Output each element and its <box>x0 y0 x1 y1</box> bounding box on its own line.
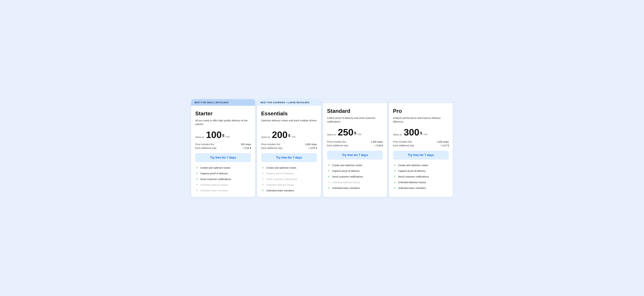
check-icon-pro-3: ✓ <box>393 181 396 184</box>
feature-label-pro-4: Unlimited team members <box>398 187 426 189</box>
price-per-essentials: / mo <box>291 135 296 139</box>
feature-item-pro-0: ✓Create and optimize routes <box>393 164 449 167</box>
feature-item-starter-2: ✓Send customer notifications <box>195 178 251 181</box>
feature-item-essentials-3: ✕Unlimited delivery history <box>261 183 317 187</box>
feature-item-standard-1: ✓Capture proof of delivery <box>327 169 383 173</box>
feature-item-essentials-1: ✕Capture proof of delivery <box>261 172 317 175</box>
features-list-standard: ✓Create and optimize routes✓Capture proo… <box>327 164 383 190</box>
plan-desc-pro: Analyze performance and improve delivery… <box>393 116 449 125</box>
feature-item-standard-2: ✓Send customer notifications <box>327 175 383 178</box>
cross-mark: ✕ <box>328 181 330 184</box>
feature-label-essentials-4: Unlimited team members <box>266 189 294 192</box>
cross-icon-starter-4: ✕ <box>195 189 198 192</box>
plan-banner-starter: BEST FOR SMALL RETAILERS <box>191 99 255 106</box>
check-mark: ✓ <box>394 186 396 190</box>
plan-desc-essentials: Optimize delivery routes and track multi… <box>261 119 317 127</box>
price-currency-essentials: $ <box>288 133 290 139</box>
features-list-essentials: ✓Create and optimize routes✕Capture proo… <box>261 166 317 192</box>
plan-desc-standard: Collect proof of delivery and send custo… <box>327 116 383 125</box>
try-button-pro[interactable]: Try free for 7 days <box>393 151 449 160</box>
feature-item-pro-2: ✓Send customer notifications <box>393 175 449 178</box>
cross-mark: ✕ <box>262 183 264 186</box>
check-mark: ✓ <box>328 169 330 172</box>
check-icon-pro-4: ✓ <box>393 186 396 190</box>
check-icon-essentials-4: ✓ <box>261 189 264 192</box>
price-includes-value-pro: 1,000 stops <box>437 140 449 143</box>
feature-label-pro-3: Unlimited delivery history <box>398 181 426 184</box>
try-button-essentials[interactable]: Try free for 7 days <box>261 153 317 162</box>
cross-mark: ✕ <box>262 178 264 181</box>
price-includes-row-standard: Price includes first1,000 stops <box>327 140 383 144</box>
check-mark: ✓ <box>328 186 330 190</box>
additional-label-pro: Each additional stop <box>393 144 414 147</box>
additional-value-pro: + 0,07 $ <box>440 144 449 147</box>
plan-price-row-starter: Starts at100$/ mo <box>195 130 251 139</box>
feature-item-pro-1: ✓Capture proof of delivery <box>393 169 449 173</box>
plan-price-row-standard: Starts at250$/ mo <box>327 128 383 137</box>
cross-icon-starter-3: ✕ <box>195 183 198 187</box>
price-includes-value-starter: 500 stops <box>241 143 251 146</box>
check-mark: ✓ <box>328 175 330 178</box>
price-includes-row-essentials: Price includes first1,000 stops <box>261 142 317 146</box>
feature-item-pro-4: ✓Unlimited team members <box>393 186 449 190</box>
starts-at-label-starter: Starts at <box>195 136 204 139</box>
feature-label-essentials-2: Send customer notifications <box>266 178 297 181</box>
starts-at-label-pro: Starts at <box>393 133 402 137</box>
cross-mark: ✕ <box>196 183 198 186</box>
price-details-essentials: Price includes first1,000 stopsEach addi… <box>261 142 317 150</box>
price-includes-value-standard: 1,000 stops <box>371 140 383 143</box>
plan-card-standard: StandardCollect proof of delivery and se… <box>323 103 387 197</box>
plan-name-standard: Standard <box>327 108 383 114</box>
check-mark: ✓ <box>394 169 396 172</box>
price-includes-label-essentials: Price includes first <box>261 143 280 146</box>
check-icon-pro-2: ✓ <box>393 175 396 178</box>
check-mark: ✓ <box>394 164 396 167</box>
plan-desc-starter: All you need to offer high quality deliv… <box>195 119 251 127</box>
try-button-starter[interactable]: Try free for 7 days <box>195 153 251 162</box>
additional-stop-row-essentials: Each additional stop+ 0,05 $ <box>261 146 317 150</box>
check-icon-standard-0: ✓ <box>327 164 330 167</box>
check-icon-standard-2: ✓ <box>327 175 330 178</box>
cross-icon-essentials-1: ✕ <box>261 172 264 175</box>
check-mark: ✓ <box>262 166 264 169</box>
try-button-standard[interactable]: Try free for 7 days <box>327 151 383 160</box>
price-includes-row-starter: Price includes first500 stops <box>195 142 251 146</box>
feature-label-starter-4: Unlimited team members <box>200 189 228 192</box>
feature-label-essentials-3: Unlimited delivery history <box>266 183 294 186</box>
feature-label-essentials-1: Capture proof of delivery <box>266 172 294 175</box>
feature-item-starter-4: ✕Unlimited team members <box>195 189 251 192</box>
price-per-standard: / mo <box>357 133 362 137</box>
plan-card-starter: StarterAll you need to offer high qualit… <box>191 106 255 197</box>
features-list-starter: ✓Create and optimize routes✓Capture proo… <box>195 166 251 192</box>
feature-label-essentials-0: Create and optimize routes <box>266 166 296 169</box>
price-amount-standard: 250 <box>338 128 353 137</box>
price-includes-row-pro: Price includes first1,000 stops <box>393 140 449 144</box>
cross-icon-essentials-3: ✕ <box>261 183 264 187</box>
price-amount-pro: 300 <box>404 128 419 137</box>
cross-icon-standard-3: ✕ <box>327 181 330 184</box>
feature-label-standard-2: Send customer notifications <box>332 175 363 178</box>
feature-item-pro-3: ✓Unlimited delivery history <box>393 181 449 184</box>
feature-item-essentials-4: ✓Unlimited team members <box>261 189 317 192</box>
check-mark: ✓ <box>394 175 396 178</box>
price-details-pro: Price includes first1,000 stopsEach addi… <box>393 140 449 147</box>
check-mark: ✓ <box>196 178 198 181</box>
check-icon-starter-2: ✓ <box>195 178 198 181</box>
plan-card-pro: ProAnalyze performance and improve deliv… <box>389 103 453 197</box>
cross-icon-essentials-2: ✕ <box>261 178 264 181</box>
feature-label-starter-3: Unlimited delivery history <box>200 183 228 186</box>
plan-price-row-essentials: Starts at200$/ mo <box>261 130 317 139</box>
plan-column-standard: StandardCollect proof of delivery and se… <box>323 99 387 197</box>
plan-banner-essentials: BEST FOR COURIERS + LARGE RETAILERS <box>257 99 321 106</box>
price-details-starter: Price includes first500 stopsEach additi… <box>195 142 251 150</box>
plan-name-starter: Starter <box>195 110 251 117</box>
check-icon-essentials-0: ✓ <box>261 166 264 169</box>
starts-at-label-standard: Starts at <box>327 133 336 137</box>
pricing-section: BEST FOR SMALL RETAILERSStarterAll you n… <box>191 99 453 197</box>
plan-column-pro: ProAnalyze performance and improve deliv… <box>389 99 453 197</box>
check-mark: ✓ <box>196 166 198 169</box>
price-per-starter: / mo <box>225 135 230 139</box>
feature-label-pro-0: Create and optimize routes <box>398 164 428 167</box>
check-icon-starter-0: ✓ <box>195 166 198 169</box>
additional-value-standard: + 0,06 $ <box>374 144 383 147</box>
